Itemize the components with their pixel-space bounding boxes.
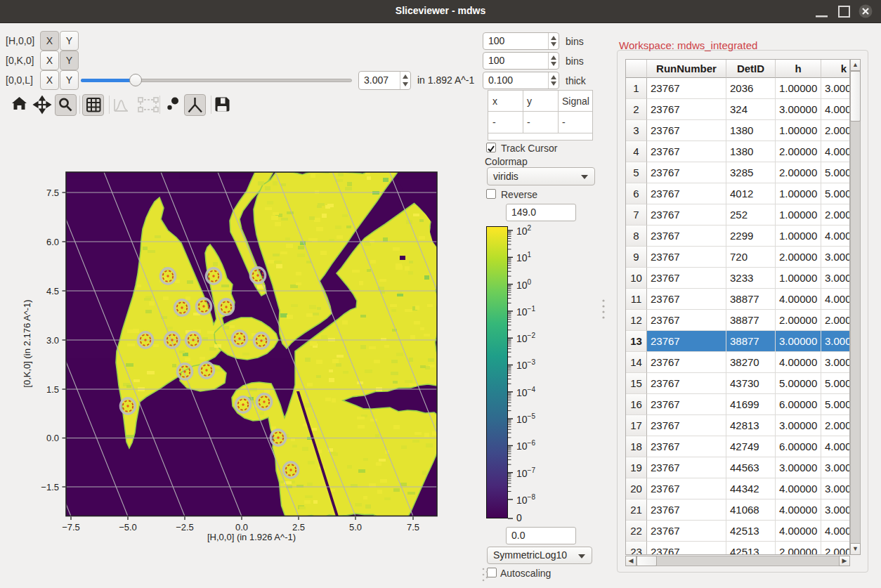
svg-text:−5.0: −5.0 [119,522,137,533]
svg-text:2.5: 2.5 [292,522,305,533]
svg-text:4.5: 4.5 [46,286,59,296]
svg-text:0.0: 0.0 [46,433,59,443]
svg-text:[H,0,0] (in 1.926 A^-1): [H,0,0] (in 1.926 A^-1) [207,532,296,542]
svg-text:3.0: 3.0 [46,335,59,346]
svg-text:1.5: 1.5 [46,384,59,395]
svg-text:7.5: 7.5 [407,522,419,533]
svg-text:−7.5: −7.5 [62,522,80,533]
svg-text:0.0: 0.0 [235,522,248,533]
svg-text:5.0: 5.0 [349,522,362,533]
svg-text:[0,K,0] (in 2.176 A^-1): [0,K,0] (in 2.176 A^-1) [22,299,32,387]
svg-text:−2.5: −2.5 [176,522,194,533]
svg-text:−1.5: −1.5 [41,482,59,492]
svg-text:6.0: 6.0 [46,237,59,247]
svg-text:7.5: 7.5 [46,188,59,198]
